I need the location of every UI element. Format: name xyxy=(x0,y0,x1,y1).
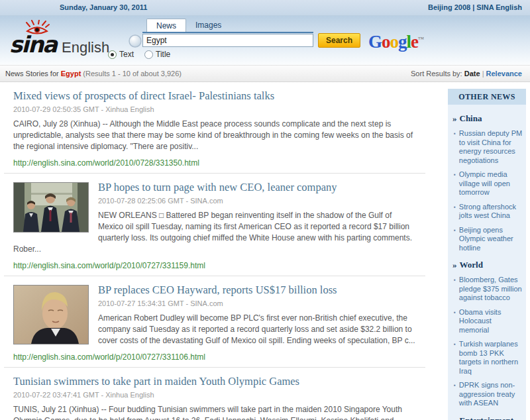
sidebar-news-text: Turkish warplanes bomb 13 PKK targets in… xyxy=(459,340,523,376)
sort-label: Sort Results by: xyxy=(411,70,464,78)
results-count: (Results 1 - 10 of about 3,926) xyxy=(81,70,182,78)
date-label: Sunday, January 30, 2011 xyxy=(60,3,147,15)
topbar-link-separator: | xyxy=(470,3,476,11)
topbar-links: Beijing 2008 | SINA English xyxy=(428,3,522,15)
sina-english-link[interactable]: SINA English xyxy=(476,3,522,11)
sidebar-news-text: Bloomberg, Gates pledge $375 million aga… xyxy=(459,276,523,303)
sidebar-body: » China ▪ Russian deputy PM to visit Chi… xyxy=(448,105,526,420)
sidebar-news-text: Strong aftershock jolts west China xyxy=(459,203,523,221)
robert-dudley-photo[interactable] xyxy=(13,285,89,344)
bp-executives-photo[interactable] xyxy=(13,182,89,233)
sort-by-date[interactable]: Date xyxy=(464,70,480,78)
other-news-sidebar: OTHER NEWS » China ▪ Russian deputy PM t… xyxy=(448,89,526,419)
chevron-marker: » xyxy=(452,260,457,270)
article-title-link[interactable]: Tunisian swimmers to take part in maiden… xyxy=(13,375,416,388)
google-tm: ™ xyxy=(418,36,424,42)
radio-text-circle xyxy=(108,50,117,59)
content-area: Mixed views of prospects of direct Israe… xyxy=(0,82,530,420)
sidebar-section-label: China xyxy=(460,113,482,124)
radio-text[interactable]: Text xyxy=(108,50,134,59)
article-url-link[interactable]: http://english.sina.com/world/p/2010/072… xyxy=(13,261,416,270)
sidebar-news-text: Russian deputy PM to visit China for ene… xyxy=(459,129,523,165)
sidebar-news-link[interactable]: ▪ Olympic media village will open tomorr… xyxy=(452,170,523,197)
sidebar-section-label: Entertainment xyxy=(460,415,514,420)
radio-text-label: Text xyxy=(119,50,134,59)
sina-eye-icon xyxy=(24,20,50,37)
article-snippet: TUNIS, July 21 (Xinhua) -- Four budding … xyxy=(13,404,416,420)
search-tabs: News Images xyxy=(142,19,313,33)
article-snippet: CAIRO, July 28 (Xinhua) -- Although the … xyxy=(13,119,416,152)
article-meta: 2010-07-22 03:47:41 GMT - Xinhua English xyxy=(13,391,416,399)
bullet-icon: ▪ xyxy=(454,276,456,303)
sidebar-section-china[interactable]: » China xyxy=(452,113,523,124)
results-prefix: News Stories for xyxy=(5,70,61,78)
sidebar-section-world[interactable]: » World xyxy=(452,260,523,270)
bullet-icon: ▪ xyxy=(454,203,456,221)
sidebar-news-link[interactable]: ▪ Obama visits Holocaust memorial xyxy=(452,308,523,335)
sidebar-news-text: Beijing opens Olympic weather hotline xyxy=(459,226,523,253)
search-button[interactable]: Search xyxy=(318,33,360,48)
search-input[interactable] xyxy=(142,34,313,47)
results-bar: News Stories for Egypt (Results 1 - 10 o… xyxy=(0,65,530,82)
sidebar-news-link[interactable]: ▪ DPRK signs non-aggression treaty with … xyxy=(452,381,523,408)
sidebar-section-label: World xyxy=(460,260,483,270)
tab-images[interactable]: Images xyxy=(186,19,231,32)
sidebar-news-link[interactable]: ▪ Beijing opens Olympic weather hotline xyxy=(452,226,523,253)
search-query-highlight: Egypt xyxy=(61,70,81,78)
article-meta: 2010-07-29 02:50:35 GMT - Xinhua English xyxy=(13,105,416,113)
sort-by-relevance[interactable]: Relevance xyxy=(486,70,522,78)
google-logo[interactable]: Google™ xyxy=(368,30,424,51)
sort-separator: | xyxy=(480,70,486,78)
sidebar-news-link[interactable]: ▪ Bloomberg, Gates pledge $375 million a… xyxy=(452,276,523,303)
search-mode-radios: Text Title xyxy=(108,50,170,59)
logo-english-label: English xyxy=(62,39,109,56)
google-letter: o xyxy=(382,32,390,52)
google-letter: G xyxy=(368,32,382,52)
results-summary: News Stories for Egypt (Results 1 - 10 o… xyxy=(5,70,182,81)
sidebar-news-text: Olympic media village will open tomorrow xyxy=(459,170,523,197)
article-result-1: Mixed views of prospects of direct Israe… xyxy=(0,82,432,173)
topbar: Sunday, January 30, 2011 Beijing 2008 | … xyxy=(0,0,530,16)
radio-title-circle xyxy=(144,50,153,59)
sidebar-title: OTHER NEWS xyxy=(448,89,526,105)
results-list: Mixed views of prospects of direct Israe… xyxy=(0,82,432,420)
header: sina English News Images xyxy=(0,16,530,65)
article-result-3: BP replaces CEO Hayward, reports US$17 b… xyxy=(0,276,432,367)
article-title-link[interactable]: Mixed views of prospects of direct Israe… xyxy=(13,89,416,103)
article-url-link[interactable]: http://english.sina.com/world/2010/0728/… xyxy=(13,158,416,168)
chevron-marker: » xyxy=(452,113,457,124)
tab-news[interactable]: News xyxy=(146,19,186,32)
sidebar-section-entertainment[interactable]: » Entertainment xyxy=(452,415,523,420)
article-url-link[interactable]: http://english.sina.com/world/p/2010/072… xyxy=(13,352,416,362)
magnifier-icon xyxy=(128,34,142,48)
sidebar-news-link[interactable]: ▪ Turkish warplanes bomb 13 PKK targets … xyxy=(452,340,523,376)
radio-title-label: Title xyxy=(156,50,170,59)
sina-logo[interactable]: sina English xyxy=(9,33,109,56)
bullet-icon: ▪ xyxy=(454,129,456,165)
sidebar-news-link[interactable]: ▪ Russian deputy PM to visit China for e… xyxy=(452,129,523,165)
bullet-icon: ▪ xyxy=(454,308,456,335)
bullet-icon: ▪ xyxy=(454,170,456,197)
article-result-2: BP hopes to turn page with new CEO, lean… xyxy=(0,174,432,276)
bullet-icon: ▪ xyxy=(454,381,456,408)
google-letter: g xyxy=(398,32,407,52)
chevron-marker: » xyxy=(452,415,457,420)
sina-search-page: Sunday, January 30, 2011 Beijing 2008 | … xyxy=(0,0,530,420)
bullet-icon: ▪ xyxy=(454,340,456,376)
search-area: News Images xyxy=(142,19,313,47)
sidebar-news-text: Obama visits Holocaust memorial xyxy=(459,308,523,335)
google-letter: e xyxy=(411,32,418,52)
article-result-4: Tunisian swimmers to take part in maiden… xyxy=(0,368,432,420)
sidebar-news-text: DPRK signs non-aggression treaty with AS… xyxy=(459,381,523,408)
bullet-icon: ▪ xyxy=(454,226,456,253)
google-letter: o xyxy=(390,32,399,52)
radio-title[interactable]: Title xyxy=(144,50,170,59)
beijing-2008-link[interactable]: Beijing 2008 xyxy=(428,3,470,11)
sidebar-news-link[interactable]: ▪ Strong aftershock jolts west China xyxy=(452,203,523,221)
sort-controls: Sort Results by: Date | Relevance xyxy=(411,70,522,81)
